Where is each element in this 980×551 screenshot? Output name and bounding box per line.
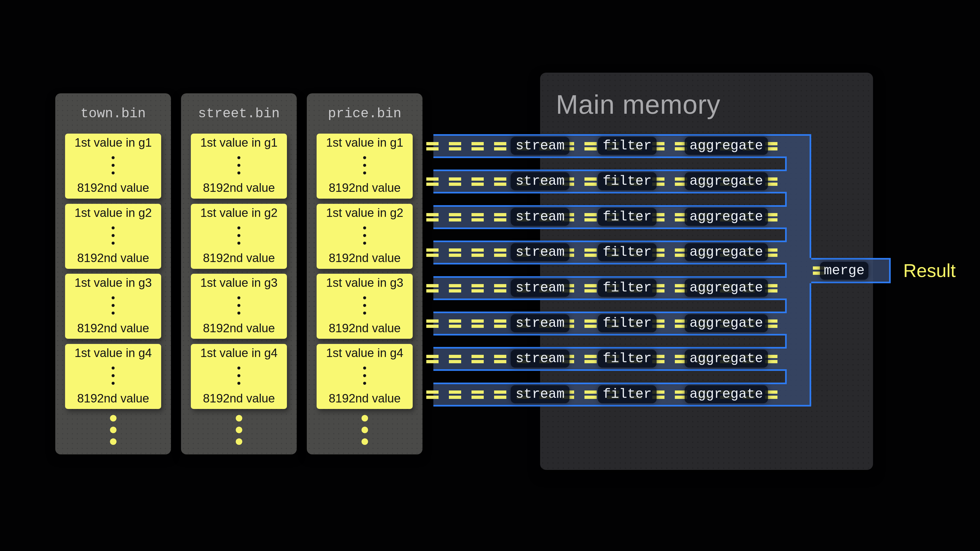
more-groups-dots-icon — [110, 415, 116, 445]
aggregate-stage: aggregate — [685, 208, 768, 226]
filter-stage: filter — [598, 314, 657, 332]
card-last-value: 8192nd value — [203, 321, 275, 335]
collector-spine — [787, 134, 811, 407]
pipeline-row: stream filter aggregate — [433, 205, 787, 229]
ellipsis-dots-icon — [237, 296, 240, 314]
value-card: 1st value in g4 8192nd value — [191, 344, 287, 409]
stream-stage: stream — [511, 208, 570, 226]
value-card: 1st value in g1 8192nd value — [65, 133, 161, 198]
notch-edge — [785, 369, 787, 384]
filter-stage: filter — [598, 172, 657, 190]
aggregate-stage: aggregate — [685, 137, 768, 155]
card-first-value: 1st value in g4 — [75, 346, 152, 360]
ellipsis-dots-icon — [363, 367, 366, 385]
notch-edge — [785, 227, 787, 242]
notch-edge — [785, 299, 787, 313]
pipeline-row: stream filter aggregate — [433, 383, 787, 407]
filter-stage: filter — [598, 208, 657, 226]
pipeline-row: stream filter aggregate — [433, 241, 787, 265]
card-first-value: 1st value in g4 — [326, 346, 403, 360]
card-first-value: 1st value in g4 — [200, 346, 278, 360]
aggregate-stage: aggregate — [685, 385, 768, 403]
filter-stage: filter — [598, 349, 657, 368]
more-groups-dots-icon — [236, 415, 242, 445]
card-last-value: 8192nd value — [329, 181, 401, 195]
card-last-value: 8192nd value — [203, 181, 275, 195]
card-first-value: 1st value in g3 — [75, 276, 152, 290]
more-groups-dots-icon — [361, 415, 368, 445]
card-first-value: 1st value in g1 — [326, 136, 403, 150]
spine-border-top — [810, 134, 811, 258]
card-first-value: 1st value in g2 — [75, 206, 152, 220]
result-label: Result — [903, 261, 956, 280]
value-card: 1st value in g3 8192nd value — [65, 274, 161, 339]
card-last-value: 8192nd value — [77, 392, 149, 405]
ellipsis-dots-icon — [237, 367, 240, 385]
ellipsis-dots-icon — [363, 156, 366, 175]
aggregate-stage: aggregate — [685, 172, 768, 190]
merge-stage: merge — [820, 262, 869, 280]
merge-band: merge — [811, 258, 891, 283]
card-first-value: 1st value in g3 — [326, 276, 403, 290]
card-last-value: 8192nd value — [77, 251, 149, 265]
card-last-value: 8192nd value — [77, 321, 149, 335]
value-card: 1st value in g4 8192nd value — [317, 344, 413, 409]
stream-stage: stream — [511, 172, 570, 190]
aggregate-stage: aggregate — [685, 314, 768, 332]
value-card: 1st value in g3 8192nd value — [317, 274, 413, 339]
value-card: 1st value in g1 8192nd value — [317, 133, 413, 198]
card-first-value: 1st value in g2 — [200, 206, 278, 220]
aggregate-stage: aggregate — [685, 349, 768, 368]
card-last-value: 8192nd value — [329, 251, 401, 265]
ellipsis-dots-icon — [363, 296, 366, 314]
card-last-value: 8192nd value — [203, 392, 275, 405]
card-last-value: 8192nd value — [77, 181, 149, 195]
file-column-street: street.bin 1st value in g1 8192nd value … — [181, 93, 297, 454]
stream-stage: stream — [511, 279, 570, 297]
ellipsis-dots-icon — [237, 226, 240, 245]
filter-stage: filter — [598, 385, 657, 403]
value-card: 1st value in g2 8192nd value — [191, 204, 287, 269]
pipeline-row: stream filter aggregate — [433, 276, 787, 300]
stream-stage: stream — [511, 137, 570, 155]
card-first-value: 1st value in g1 — [75, 136, 152, 150]
notch-edge — [785, 263, 787, 278]
aggregate-stage: aggregate — [685, 243, 768, 261]
main-memory-title: Main memory — [556, 90, 721, 119]
value-card: 1st value in g1 8192nd value — [191, 133, 287, 198]
value-card: 1st value in g3 8192nd value — [191, 274, 287, 339]
pipeline-row: stream filter aggregate — [433, 347, 787, 371]
notch-edge — [785, 334, 787, 349]
ellipsis-dots-icon — [111, 296, 115, 314]
pipeline-row: stream filter aggregate — [433, 170, 787, 194]
stream-stage: stream — [511, 243, 570, 261]
file-name: price.bin — [307, 93, 423, 133]
ellipsis-dots-icon — [111, 226, 115, 245]
filter-stage: filter — [598, 279, 657, 297]
ellipsis-dots-icon — [111, 156, 115, 175]
file-name: town.bin — [55, 93, 171, 133]
card-last-value: 8192nd value — [203, 251, 275, 265]
card-last-value: 8192nd value — [329, 321, 401, 335]
ellipsis-dots-icon — [237, 156, 240, 175]
ellipsis-dots-icon — [363, 226, 366, 245]
spine-border-bottom — [810, 283, 811, 407]
card-first-value: 1st value in g1 — [200, 136, 278, 150]
file-column-price: price.bin 1st value in g1 8192nd value 1… — [307, 93, 423, 454]
file-column-town: town.bin 1st value in g1 8192nd value 1s… — [55, 93, 171, 454]
pipeline-row: stream filter aggregate — [433, 311, 787, 335]
value-card: 1st value in g4 8192nd value — [65, 344, 161, 409]
value-card: 1st value in g2 8192nd value — [65, 204, 161, 269]
stream-stage: stream — [511, 349, 570, 368]
filter-stage: filter — [598, 137, 657, 155]
aggregate-stage: aggregate — [685, 279, 768, 297]
card-last-value: 8192nd value — [329, 392, 401, 405]
card-first-value: 1st value in g2 — [326, 206, 403, 220]
file-name: street.bin — [181, 93, 297, 133]
value-card: 1st value in g2 8192nd value — [317, 204, 413, 269]
card-first-value: 1st value in g3 — [200, 276, 278, 290]
stream-stage: stream — [511, 314, 570, 332]
notch-edge — [785, 156, 787, 171]
pipeline-row: stream filter aggregate — [433, 134, 787, 158]
filter-stage: filter — [598, 243, 657, 261]
